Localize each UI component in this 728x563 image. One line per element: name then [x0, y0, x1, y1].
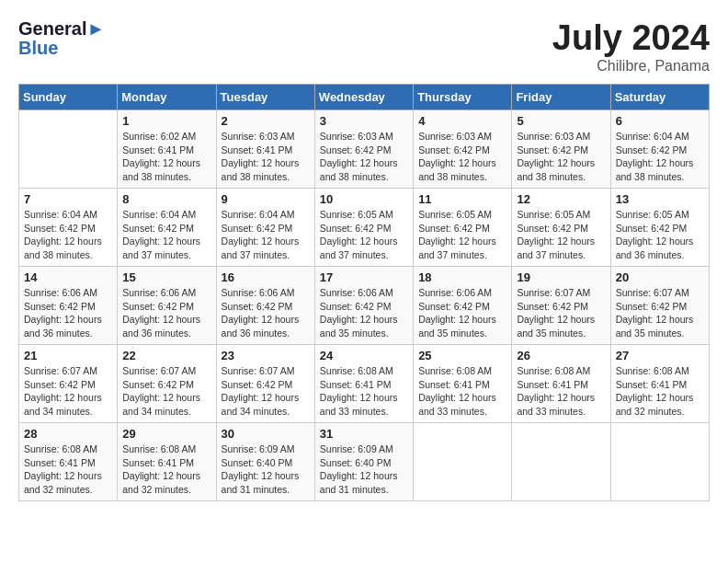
calendar-cell: 27Sunrise: 6:08 AMSunset: 6:41 PMDayligh…: [610, 345, 709, 423]
calendar-table: SundayMondayTuesdayWednesdayThursdayFrid…: [18, 84, 710, 501]
week-row-1: 1Sunrise: 6:02 AMSunset: 6:41 PMDaylight…: [19, 110, 710, 189]
col-header-wednesday: Wednesday: [314, 85, 413, 110]
day-info: Sunrise: 6:04 AMSunset: 6:42 PMDaylight:…: [222, 208, 310, 262]
calendar-cell: 16Sunrise: 6:06 AMSunset: 6:42 PMDayligh…: [216, 267, 314, 345]
location-subtitle: Chilibre, Panama: [552, 58, 710, 75]
page-header: General► Blue July 2024 Chilibre, Panama: [18, 18, 710, 75]
day-number: 27: [616, 349, 704, 362]
day-info: Sunrise: 6:08 AMSunset: 6:41 PMDaylight:…: [320, 364, 408, 419]
day-info: Sunrise: 6:06 AMSunset: 6:42 PMDaylight:…: [320, 286, 408, 340]
calendar-cell: 1Sunrise: 6:02 AMSunset: 6:41 PMDaylight…: [118, 110, 216, 189]
day-number: 24: [320, 349, 408, 362]
day-info: Sunrise: 6:06 AMSunset: 6:42 PMDaylight:…: [24, 286, 112, 340]
calendar-cell: 5Sunrise: 6:03 AMSunset: 6:42 PMDaylight…: [512, 110, 610, 189]
calendar-cell: 11Sunrise: 6:05 AMSunset: 6:42 PMDayligh…: [414, 189, 512, 267]
logo: General► Blue: [18, 18, 105, 59]
day-info: Sunrise: 6:02 AMSunset: 6:41 PMDaylight:…: [122, 130, 210, 184]
week-row-5: 28Sunrise: 6:08 AMSunset: 6:41 PMDayligh…: [19, 423, 710, 501]
day-info: Sunrise: 6:09 AMSunset: 6:40 PMDaylight:…: [320, 442, 408, 497]
month-title: July 2024: [552, 18, 710, 58]
day-info: Sunrise: 6:07 AMSunset: 6:42 PMDaylight:…: [616, 286, 704, 340]
calendar-cell: 24Sunrise: 6:08 AMSunset: 6:41 PMDayligh…: [314, 345, 413, 423]
day-info: Sunrise: 6:03 AMSunset: 6:42 PMDaylight:…: [320, 130, 408, 184]
day-number: 1: [122, 114, 210, 128]
day-number: 23: [222, 349, 310, 362]
day-info: Sunrise: 6:08 AMSunset: 6:41 PMDaylight:…: [24, 442, 112, 497]
calendar-cell: 3Sunrise: 6:03 AMSunset: 6:42 PMDaylight…: [314, 110, 413, 189]
day-info: Sunrise: 6:08 AMSunset: 6:41 PMDaylight:…: [616, 364, 704, 419]
day-info: Sunrise: 6:07 AMSunset: 6:42 PMDaylight:…: [222, 364, 310, 419]
day-number: 20: [616, 270, 704, 284]
day-info: Sunrise: 6:08 AMSunset: 6:41 PMDaylight:…: [517, 364, 605, 419]
calendar-cell: 20Sunrise: 6:07 AMSunset: 6:42 PMDayligh…: [610, 267, 709, 345]
day-number: 21: [24, 349, 112, 362]
day-number: 5: [517, 114, 605, 128]
day-info: Sunrise: 6:08 AMSunset: 6:41 PMDaylight:…: [122, 442, 210, 497]
day-info: Sunrise: 6:06 AMSunset: 6:42 PMDaylight:…: [222, 286, 310, 340]
day-number: 2: [222, 114, 310, 128]
calendar-cell: [414, 423, 512, 501]
day-info: Sunrise: 6:09 AMSunset: 6:40 PMDaylight:…: [222, 442, 310, 497]
calendar-cell: 14Sunrise: 6:06 AMSunset: 6:42 PMDayligh…: [19, 267, 118, 345]
calendar-cell: 12Sunrise: 6:05 AMSunset: 6:42 PMDayligh…: [512, 189, 610, 267]
title-block: July 2024 Chilibre, Panama: [552, 18, 710, 75]
calendar-cell: 6Sunrise: 6:04 AMSunset: 6:42 PMDaylight…: [610, 110, 709, 189]
day-number: 28: [24, 427, 112, 441]
day-info: Sunrise: 6:05 AMSunset: 6:42 PMDaylight:…: [320, 208, 408, 262]
day-info: Sunrise: 6:07 AMSunset: 6:42 PMDaylight:…: [24, 364, 112, 419]
logo-line1: General►: [18, 18, 105, 40]
calendar-cell: 18Sunrise: 6:06 AMSunset: 6:42 PMDayligh…: [414, 267, 512, 345]
day-number: 11: [418, 192, 506, 206]
calendar-cell: [512, 423, 610, 501]
day-info: Sunrise: 6:06 AMSunset: 6:42 PMDaylight:…: [418, 286, 506, 340]
calendar-cell: 28Sunrise: 6:08 AMSunset: 6:41 PMDayligh…: [19, 423, 118, 501]
day-number: 30: [222, 427, 310, 441]
calendar-cell: 7Sunrise: 6:04 AMSunset: 6:42 PMDaylight…: [19, 189, 118, 267]
col-header-tuesday: Tuesday: [216, 85, 314, 110]
calendar-cell: 29Sunrise: 6:08 AMSunset: 6:41 PMDayligh…: [118, 423, 216, 501]
day-number: 13: [616, 192, 704, 206]
day-number: 4: [418, 114, 506, 128]
day-number: 7: [24, 192, 112, 206]
calendar-cell: 22Sunrise: 6:07 AMSunset: 6:42 PMDayligh…: [118, 345, 216, 423]
day-number: 3: [320, 114, 408, 128]
calendar-cell: 15Sunrise: 6:06 AMSunset: 6:42 PMDayligh…: [118, 267, 216, 345]
col-header-friday: Friday: [512, 85, 610, 110]
calendar-cell: 31Sunrise: 6:09 AMSunset: 6:40 PMDayligh…: [314, 423, 413, 501]
day-number: 8: [122, 192, 210, 206]
day-number: 14: [24, 270, 112, 284]
day-number: 26: [517, 349, 605, 362]
day-number: 18: [418, 270, 506, 284]
calendar-cell: 23Sunrise: 6:07 AMSunset: 6:42 PMDayligh…: [216, 345, 314, 423]
calendar-cell: 8Sunrise: 6:04 AMSunset: 6:42 PMDaylight…: [118, 189, 216, 267]
day-number: 31: [320, 427, 408, 441]
calendar-cell: 30Sunrise: 6:09 AMSunset: 6:40 PMDayligh…: [216, 423, 314, 501]
day-info: Sunrise: 6:04 AMSunset: 6:42 PMDaylight:…: [24, 208, 112, 262]
day-info: Sunrise: 6:03 AMSunset: 6:42 PMDaylight:…: [418, 130, 506, 184]
calendar-cell: 21Sunrise: 6:07 AMSunset: 6:42 PMDayligh…: [19, 345, 118, 423]
calendar-cell: 10Sunrise: 6:05 AMSunset: 6:42 PMDayligh…: [314, 189, 413, 267]
week-row-4: 21Sunrise: 6:07 AMSunset: 6:42 PMDayligh…: [19, 345, 710, 423]
calendar-cell: 13Sunrise: 6:05 AMSunset: 6:42 PMDayligh…: [610, 189, 709, 267]
logo-line2: Blue: [18, 38, 105, 59]
day-info: Sunrise: 6:05 AMSunset: 6:42 PMDaylight:…: [517, 208, 605, 262]
day-info: Sunrise: 6:04 AMSunset: 6:42 PMDaylight:…: [616, 130, 704, 184]
day-info: Sunrise: 6:05 AMSunset: 6:42 PMDaylight:…: [418, 208, 506, 262]
day-number: 17: [320, 270, 408, 284]
calendar-cell: 17Sunrise: 6:06 AMSunset: 6:42 PMDayligh…: [314, 267, 413, 345]
calendar-cell: [19, 110, 118, 189]
calendar-cell: 26Sunrise: 6:08 AMSunset: 6:41 PMDayligh…: [512, 345, 610, 423]
day-info: Sunrise: 6:05 AMSunset: 6:42 PMDaylight:…: [616, 208, 704, 262]
day-number: 10: [320, 192, 408, 206]
col-header-saturday: Saturday: [610, 85, 709, 110]
day-number: 12: [517, 192, 605, 206]
week-row-3: 14Sunrise: 6:06 AMSunset: 6:42 PMDayligh…: [19, 267, 710, 345]
calendar-cell: 25Sunrise: 6:08 AMSunset: 6:41 PMDayligh…: [414, 345, 512, 423]
day-number: 6: [616, 114, 704, 128]
day-info: Sunrise: 6:07 AMSunset: 6:42 PMDaylight:…: [122, 364, 210, 419]
day-number: 9: [222, 192, 310, 206]
day-number: 15: [122, 270, 210, 284]
day-info: Sunrise: 6:06 AMSunset: 6:42 PMDaylight:…: [122, 286, 210, 340]
calendar-cell: 4Sunrise: 6:03 AMSunset: 6:42 PMDaylight…: [414, 110, 512, 189]
day-number: 16: [222, 270, 310, 284]
